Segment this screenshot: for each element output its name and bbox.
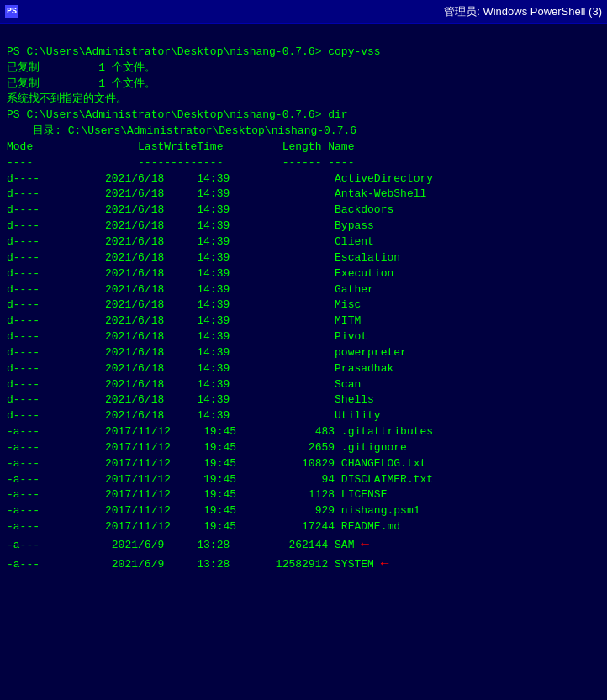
terminal-line: -a--- 2017/11/12 19:45 17244 README.md xyxy=(7,519,600,535)
terminal-line: Mode LastWriteTime Length Name xyxy=(7,139,600,155)
terminal-line: -a--- 2021/6/9 13:28 12582912 SYSTEM ← xyxy=(7,555,600,574)
terminal-line: -a--- 2021/6/9 13:28 262144 SAM ← xyxy=(7,535,600,555)
terminal-line: -a--- 2017/11/12 19:45 929 nishang.psm1 xyxy=(7,503,600,519)
title-bar-left: PS xyxy=(5,5,18,18)
terminal-line: d---- 2021/6/18 14:39 Gather xyxy=(7,282,600,298)
terminal-line: d---- 2021/6/18 14:39 Misc xyxy=(7,297,600,313)
terminal-line: -a--- 2017/11/12 19:45 94 DISCLAIMER.txt xyxy=(7,472,600,488)
terminal-line: d---- 2021/6/18 14:39 Scan xyxy=(7,377,600,393)
terminal-line: -a--- 2017/11/12 19:45 10829 CHANGELOG.t… xyxy=(7,456,600,472)
terminal-line: d---- 2021/6/18 14:39 Execution xyxy=(7,266,600,282)
terminal-line: d---- 2021/6/18 14:39 MITM xyxy=(7,313,600,329)
terminal-line: 目录: C:\Users\Administrator\Desktop\nisha… xyxy=(7,124,600,139)
terminal-line: PS C:\Users\Administrator\Desktop\nishan… xyxy=(7,45,600,61)
red-arrow-sam: ← xyxy=(361,537,369,552)
terminal-line: d---- 2021/6/18 14:39 Escalation xyxy=(7,250,600,266)
terminal-line: 系统找不到指定的文件。 xyxy=(7,92,600,108)
terminal-line: d---- 2021/6/18 14:39 powerpreter xyxy=(7,345,600,361)
terminal-line: 已复制 1 个文件。 xyxy=(7,76,600,92)
terminal-line: 已复制 1 个文件。 xyxy=(7,61,600,76)
terminal-line: d---- 2021/6/18 14:39 Prasadhak xyxy=(7,361,600,377)
terminal-line: -a--- 2017/11/12 19:45 2659 .gitignore xyxy=(7,440,600,456)
terminal-line: ---- ------------- ------ ---- xyxy=(7,155,600,171)
title-bar: PS 管理员: Windows PowerShell (3) xyxy=(0,0,607,24)
terminal-line: d---- 2021/6/18 14:39 Antak-WebShell xyxy=(7,187,600,203)
terminal-line: d---- 2021/6/18 14:39 Utility xyxy=(7,408,600,424)
red-arrow-system: ← xyxy=(381,556,389,571)
terminal-line: d---- 2021/6/18 14:39 Client xyxy=(7,234,600,250)
terminal-line: -a--- 2017/11/12 19:45 483 .gitattribute… xyxy=(7,424,600,440)
terminal-line: -a--- 2017/11/12 19:45 1128 LICENSE xyxy=(7,487,600,503)
terminal-line: d---- 2021/6/18 14:39 Backdoors xyxy=(7,203,600,218)
title-icon: PS xyxy=(5,5,18,18)
terminal-line: d---- 2021/6/18 14:39 Pivot xyxy=(7,329,600,345)
terminal-line: PS C:\Users\Administrator\Desktop\nishan… xyxy=(7,108,600,124)
terminal-line: d---- 2021/6/18 14:39 ActiveDirectory xyxy=(7,171,600,187)
terminal-line: d---- 2021/6/18 14:39 Bypass xyxy=(7,218,600,234)
terminal[interactable]: PS C:\Users\Administrator\Desktop\nishan… xyxy=(0,24,607,700)
title-text: 管理员: Windows PowerShell (3) xyxy=(444,4,602,19)
terminal-line: d---- 2021/6/18 14:39 Shells xyxy=(7,392,600,408)
